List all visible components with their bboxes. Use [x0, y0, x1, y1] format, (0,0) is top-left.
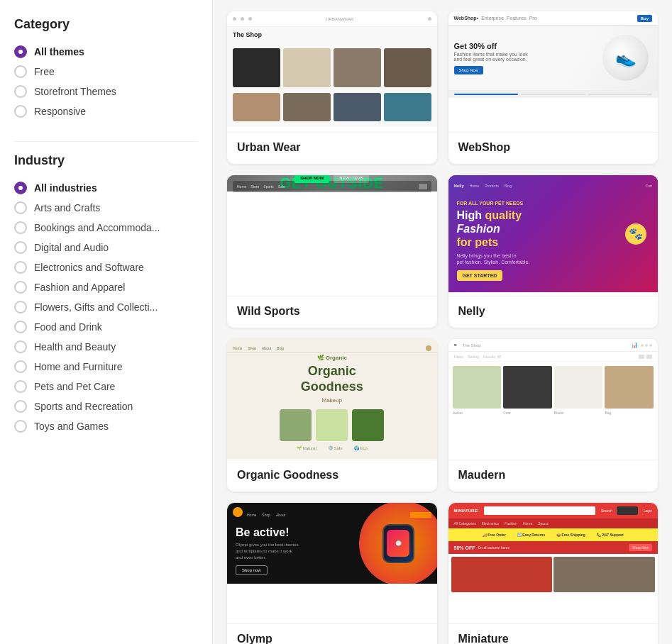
- industry-item-9[interactable]: Home and Furniture: [14, 357, 198, 377]
- industry-label: Flowers, Gifts and Collecti...: [34, 301, 158, 313]
- category-item-1[interactable]: Free: [14, 62, 198, 82]
- industry-item-2[interactable]: Bookings and Accommoda...: [14, 218, 198, 238]
- industry-label: Pets and Pet Care: [34, 381, 115, 392]
- sidebar: Category All themes Free Storefront Them…: [0, 0, 213, 644]
- industry-item-1[interactable]: Arts and Crafts: [14, 198, 198, 218]
- industry-item-6[interactable]: Flowers, Gifts and Collecti...: [14, 297, 198, 317]
- theme-preview-nelly: Nelly Home Products Blog Cart FOR ALL YO…: [448, 175, 659, 296]
- industry-label: Arts and Crafts: [34, 202, 100, 213]
- category-label: Free: [34, 66, 55, 77]
- industry-item-7[interactable]: Food and Drink: [14, 317, 198, 337]
- category-label: Storefront Themes: [34, 86, 116, 97]
- industry-label: Home and Furniture: [34, 361, 123, 372]
- themes-grid: URBANWEAR The Shop Urban Wear WebShop▪ E…: [227, 11, 658, 644]
- industry-label: Fashion and Apparel: [34, 282, 125, 293]
- industry-label: Electronics and Software: [34, 262, 144, 273]
- radio-circle: [14, 201, 27, 214]
- radio-circle: [14, 221, 27, 234]
- industry-label: Digital and Audio: [34, 242, 109, 253]
- theme-name: Wild Sports: [227, 296, 437, 328]
- theme-card-olymp[interactable]: Home Shop About Be active! Olymp gives y…: [227, 503, 437, 644]
- category-item-2[interactable]: Storefront Themes: [14, 82, 198, 101]
- theme-card-organic[interactable]: HomeShopAboutBlog 🌿 Organic OrganicGoodn…: [227, 339, 437, 492]
- category-item-0[interactable]: All themes: [14, 42, 198, 62]
- industry-label: Food and Drink: [34, 321, 102, 333]
- theme-preview-urban-wear: URBANWEAR The Shop: [227, 11, 437, 132]
- radio-circle: [14, 182, 27, 194]
- theme-name: Miniature: [448, 623, 659, 644]
- theme-name: Nelly: [448, 296, 659, 328]
- radio-circle: [14, 321, 27, 333]
- category-title: Category: [14, 17, 198, 32]
- radio-circle: [14, 65, 27, 78]
- theme-card-wild-sports[interactable]: Home Store Sports Sale GET OUTSIDE SHOP …: [227, 175, 437, 328]
- theme-card-urban-wear[interactable]: URBANWEAR The Shop Urban Wear: [227, 11, 437, 164]
- radio-circle: [14, 301, 27, 313]
- theme-card-miniature[interactable]: MINIATURE! Search Login All Categories E…: [448, 503, 659, 644]
- radio-circle: [14, 420, 27, 433]
- category-item-3[interactable]: Responsive: [14, 101, 198, 121]
- category-section: Category All themes Free Storefront Them…: [14, 17, 198, 121]
- radio-circle: [14, 261, 27, 274]
- radio-circle: [14, 340, 27, 353]
- industry-label: Health and Beauty: [34, 341, 116, 352]
- theme-name: Organic Goodness: [227, 460, 437, 492]
- theme-name: Urban Wear: [227, 132, 437, 164]
- industry-item-5[interactable]: Fashion and Apparel: [14, 277, 198, 297]
- theme-preview-olymp: Home Shop About Be active! Olymp gives y…: [227, 503, 437, 623]
- industry-item-11[interactable]: Sports and Recreation: [14, 396, 198, 416]
- radio-circle: [14, 241, 27, 254]
- industry-title: Industry: [14, 153, 198, 168]
- radio-circle: [14, 105, 27, 118]
- industry-item-4[interactable]: Electronics and Software: [14, 257, 198, 277]
- category-label: Responsive: [34, 106, 86, 117]
- industry-item-0[interactable]: All industries: [14, 178, 198, 198]
- sidebar-divider: [14, 141, 198, 142]
- theme-preview-webshop: WebShop▪ Enterprise Features Pro Buy Get…: [448, 11, 659, 132]
- radio-circle: [14, 380, 27, 393]
- industry-label: Sports and Recreation: [34, 401, 133, 412]
- theme-name: Maudern: [448, 460, 659, 492]
- theme-card-webshop[interactable]: WebShop▪ Enterprise Features Pro Buy Get…: [448, 11, 659, 164]
- radio-circle: [14, 281, 27, 294]
- radio-circle: [14, 85, 27, 98]
- industry-label: Toys and Games: [34, 421, 109, 432]
- theme-preview-miniature: MINIATURE! Search Login All Categories E…: [448, 503, 659, 623]
- industry-label: Bookings and Accommoda...: [34, 222, 160, 233]
- theme-preview-wild-sports: Home Store Sports Sale GET OUTSIDE SHOP …: [227, 175, 437, 296]
- theme-name: Olymp: [227, 623, 437, 644]
- main-content: URBANWEAR The Shop Urban Wear WebShop▪ E…: [213, 0, 672, 644]
- theme-preview-organic: HomeShopAboutBlog 🌿 Organic OrganicGoodn…: [227, 339, 437, 460]
- industry-section: Industry All industries Arts and Crafts …: [14, 153, 198, 436]
- radio-circle: [14, 400, 27, 413]
- industry-item-8[interactable]: Health and Beauty: [14, 337, 198, 357]
- theme-card-nelly[interactable]: Nelly Home Products Blog Cart FOR ALL YO…: [448, 175, 659, 328]
- industry-item-12[interactable]: Toys and Games: [14, 416, 198, 436]
- theme-name: WebShop: [448, 132, 659, 164]
- radio-circle: [14, 360, 27, 373]
- theme-preview-maudern: ≡ The Shop 📊 FiltersSortingResults: 48: [448, 339, 659, 460]
- radio-circle: [14, 45, 27, 58]
- category-label: All themes: [34, 46, 84, 57]
- industry-item-10[interactable]: Pets and Pet Care: [14, 377, 198, 396]
- theme-card-maudern[interactable]: ≡ The Shop 📊 FiltersSortingResults: 48: [448, 339, 659, 492]
- industry-label: All industries: [34, 182, 97, 194]
- industry-item-3[interactable]: Digital and Audio: [14, 238, 198, 257]
